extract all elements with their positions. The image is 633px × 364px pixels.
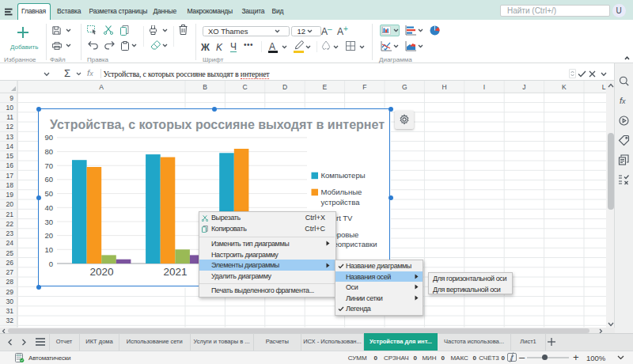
svg-text:16: 16 xyxy=(6,161,14,169)
svg-text:24: 24 xyxy=(6,239,14,247)
svg-text:E: E xyxy=(323,83,328,91)
svg-text:26: 26 xyxy=(6,259,14,267)
svg-text:28: 28 xyxy=(6,278,14,286)
svg-text:19: 19 xyxy=(6,191,14,199)
svg-text:18: 18 xyxy=(6,181,14,189)
svg-text:32: 32 xyxy=(6,317,14,324)
svg-text:H: H xyxy=(442,83,447,91)
svg-text:D: D xyxy=(282,83,287,91)
svg-text:B: B xyxy=(203,83,207,91)
svg-text:C: C xyxy=(243,83,248,91)
svg-text:20: 20 xyxy=(6,200,14,208)
svg-text:22: 22 xyxy=(6,220,14,228)
svg-text:25: 25 xyxy=(6,249,14,257)
svg-text:A: A xyxy=(99,83,104,91)
svg-text:10: 10 xyxy=(6,104,14,112)
svg-text:13: 13 xyxy=(6,133,14,141)
svg-text:23: 23 xyxy=(6,229,14,237)
svg-text:G: G xyxy=(402,83,407,91)
svg-text:12: 12 xyxy=(6,123,14,131)
svg-text:J: J xyxy=(522,83,525,91)
svg-text:L: L xyxy=(602,83,606,91)
svg-text:15: 15 xyxy=(6,152,14,160)
svg-text:17: 17 xyxy=(6,172,14,180)
svg-text:K: K xyxy=(562,83,567,91)
svg-text:31: 31 xyxy=(6,307,14,315)
svg-text:9: 9 xyxy=(9,94,13,102)
svg-text:21: 21 xyxy=(6,210,14,218)
svg-text:11: 11 xyxy=(6,113,13,121)
svg-text:27: 27 xyxy=(6,268,14,276)
svg-text:I: I xyxy=(483,83,485,91)
svg-text:29: 29 xyxy=(6,288,14,296)
svg-text:F: F xyxy=(362,83,366,91)
svg-text:14: 14 xyxy=(6,142,14,150)
svg-text:30: 30 xyxy=(6,298,14,305)
